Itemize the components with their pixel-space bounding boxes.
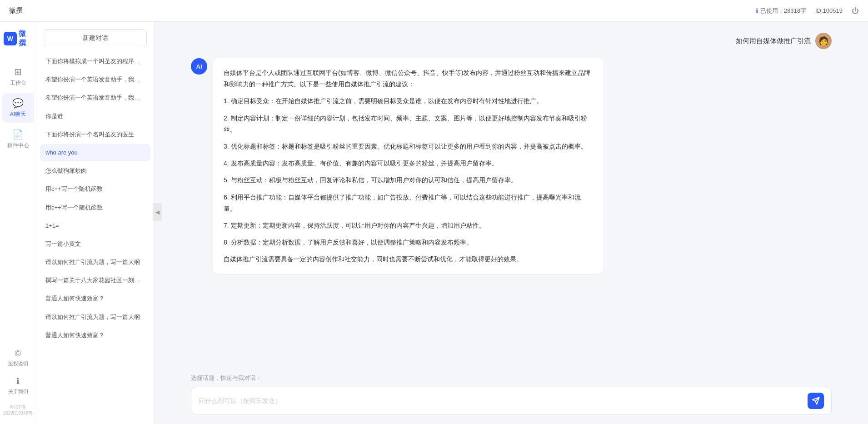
ai-message-row: AI 自媒体平台是个人或团队通过互联网平台(如博客、微博、微信公众号、抖音、快手… <box>191 58 832 274</box>
topbar-title: 微撰 <box>9 6 756 15</box>
ai-paragraph: 5. 与粉丝互动：积极与粉丝互动，回复评论和私信，可以增加用户对你的认可和信任，… <box>224 175 593 186</box>
sidebar-item-mailbox[interactable]: 📄 稿件中心 <box>2 125 34 154</box>
mailbox-icon: 📄 <box>12 129 24 140</box>
topbar-right: ℹ 已使用：28318字 ID:100519 ⏻ <box>756 7 859 15</box>
topbar: 微撰 ℹ 已使用：28318字 ID:100519 ⏻ <box>0 0 868 22</box>
main-layout: W 微撰 ⊞ 工作台 💬 AI聊天 📄 稿件中心 © 版权说明 ℹ 关于我们 粤… <box>0 22 868 424</box>
about-icon: ℹ <box>16 376 20 386</box>
copyright-icon: © <box>15 349 21 359</box>
nav-bottom: © 版权说明 ℹ 关于我们 粤ICP备2022019348号 <box>0 345 36 417</box>
ai-paragraph: 3. 优化标题和标签：标题和标签是吸引粉丝的重要因素。优化标题和标签可以让更多的… <box>224 141 593 152</box>
collapse-sidebar-button[interactable]: ◀ <box>153 203 162 221</box>
chat-messages: 如何用自媒体做推广引流 🧑 AI 自媒体平台是个人或团队通过互联网平台(如博客、… <box>155 22 868 369</box>
history-item[interactable]: 你是谁 <box>40 108 150 125</box>
usage-text: 已使用：28318字 <box>760 7 806 15</box>
user-avatar: 🧑 <box>815 33 832 49</box>
history-item[interactable]: 用c++写一个随机函数 <box>40 199 150 216</box>
left-nav: W 微撰 ⊞ 工作台 💬 AI聊天 📄 稿件中心 © 版权说明 ℹ 关于我们 粤… <box>0 22 36 424</box>
history-item[interactable]: 用c++写一个随机函数 <box>40 180 150 198</box>
history-item[interactable]: 请以如何推广引流为题，写一篇大纲 <box>40 309 150 326</box>
send-button[interactable] <box>808 393 824 409</box>
ai-paragraph: 自媒体平台是个人或团队通过互联网平台(如博客、微博、微信公众号、抖音、快手等)发… <box>224 67 593 90</box>
history-item[interactable]: who are you <box>40 144 150 161</box>
send-icon <box>812 397 820 405</box>
history-item[interactable]: 下面你将模拟成一个叫圣友的程序员，我说... <box>40 53 150 70</box>
ai-paragraph: 2. 制定内容计划：制定一份详细的内容计划，包括发布时间、频率、主题、文案、图片… <box>224 113 593 135</box>
user-question: 如何用自媒体做推广引流 🧑 <box>736 33 832 49</box>
chat-area: 如何用自媒体做推广引流 🧑 AI 自媒体平台是个人或团队通过互联网平台(如博客、… <box>155 22 868 424</box>
about-label: 关于我们 <box>8 388 28 395</box>
sidebar-item-copyright[interactable]: © 版权说明 <box>2 345 34 371</box>
sidebar-item-ai-chat[interactable]: 💬 AI聊天 <box>2 93 34 123</box>
history-sidebar: 新建对话 下面你将模拟成一个叫圣友的程序员，我说...希望你扮演一个英语发音助手… <box>36 22 155 424</box>
workspace-label: 工作台 <box>10 79 26 87</box>
power-icon[interactable]: ⏻ <box>852 7 859 15</box>
history-item[interactable]: 撰写一篇关于八大家花园社区一刻钟便民生... <box>40 272 150 289</box>
history-item[interactable]: 怎么做狗屎炒肉 <box>40 162 150 180</box>
history-item[interactable]: 希望你扮演一个英语发音助手，我提供给你... <box>40 89 150 106</box>
quick-topics-label: 选择话题，快速与我对话： <box>191 374 832 382</box>
usage-icon: ℹ <box>756 7 758 15</box>
ai-paragraph: 7. 定期更新：定期更新内容，保持活跃度，可以让用户对你的内容产生兴趣，增加用户… <box>224 220 593 231</box>
input-box <box>191 387 832 415</box>
ai-paragraph: 6. 利用平台推广功能：自媒体平台都提供了推广功能，如广告投放、付费推广等，可以… <box>224 192 593 214</box>
icp-text: 粤ICP备2022019348号 <box>0 404 36 417</box>
ai-paragraph: 自媒体推广引流需要具备一定的内容创作和社交能力，同时也需要不断尝试和优化，才能取… <box>224 254 593 265</box>
sidebar-item-workspace[interactable]: ⊞ 工作台 <box>2 62 34 91</box>
history-item[interactable]: 普通人如何快速致富？ <box>40 290 150 307</box>
history-item[interactable]: 写一篇小黄文 <box>40 235 150 253</box>
ai-chat-icon: 💬 <box>12 98 24 109</box>
history-item[interactable]: 1+1= <box>40 217 150 234</box>
new-chat-button[interactable]: 新建对话 <box>44 29 147 47</box>
ai-paragraph: 8. 分析数据：定期分析数据，了解用户反馈和喜好，以便调整推广策略和内容发布频率… <box>224 237 593 248</box>
usage-info: ℹ 已使用：28318字 <box>756 7 806 15</box>
logo-text: 微撰 <box>19 29 32 48</box>
mailbox-label: 稿件中心 <box>7 142 29 150</box>
logo-area: W 微撰 <box>0 29 36 48</box>
history-item[interactable]: 请以如何推广引流为题，写一篇大纲 <box>40 254 150 271</box>
history-item[interactable]: 希望你扮演一个英语发音助手，我提供给你... <box>40 71 150 88</box>
ai-bubble: 自媒体平台是个人或团队通过互联网平台(如博客、微博、微信公众号、抖音、快手等)发… <box>213 58 604 274</box>
ai-avatar: AI <box>191 58 207 75</box>
history-item[interactable]: 下面你将扮演一个名叫圣友的医生 <box>40 126 150 143</box>
copyright-label: 版权说明 <box>8 360 28 367</box>
ai-paragraph: 4. 发布高质量内容：发布高质量、有价值、有趣的内容可以吸引更多的粉丝，并提高用… <box>224 158 593 169</box>
user-message-row: 如何用自媒体做推广引流 🧑 <box>191 33 832 49</box>
chat-bottom: 选择话题，快速与我对话： <box>155 369 868 424</box>
sidebar-item-about[interactable]: ℹ 关于我们 <box>2 373 34 399</box>
workspace-icon: ⊞ <box>14 66 22 77</box>
ai-chat-label: AI聊天 <box>10 110 26 118</box>
history-list: 下面你将模拟成一个叫圣友的程序员，我说...希望你扮演一个英语发音助手，我提供给… <box>36 53 154 424</box>
user-question-text: 如何用自媒体做推广引流 <box>736 37 811 45</box>
chat-input[interactable] <box>199 395 803 406</box>
history-item[interactable]: 普通人如何快速致富？ <box>40 327 150 344</box>
ai-paragraph: 1. 确定目标受众：在开始自媒体推广引流之前，需要明确目标受众是谁，以便在发布内… <box>224 95 593 107</box>
logo-w-icon: W <box>4 32 17 45</box>
id-info: ID:100519 <box>815 7 843 14</box>
